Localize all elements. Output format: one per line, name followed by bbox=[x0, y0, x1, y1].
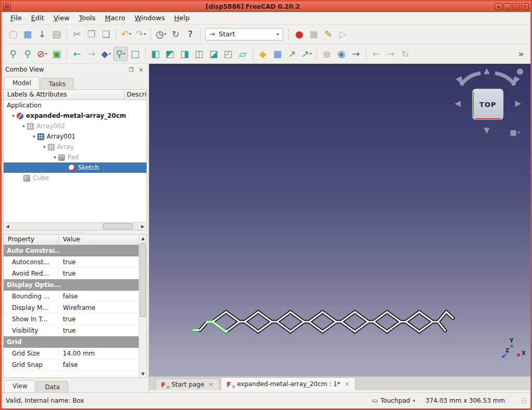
history-back-button[interactable]: ← bbox=[369, 47, 383, 61]
view-top-button[interactable]: ◩ bbox=[163, 47, 177, 61]
vscrollbar-thumb[interactable] bbox=[140, 243, 146, 317]
property-row[interactable]: Visibilitytrue bbox=[4, 325, 139, 336]
menu-macro[interactable]: Macro bbox=[100, 12, 130, 23]
save-document-button[interactable]: ↓ bbox=[35, 27, 49, 42]
menu-file[interactable]: File bbox=[6, 12, 26, 23]
workbench-selector[interactable]: →Start▾ bbox=[205, 28, 283, 40]
vscrollbar-track[interactable] bbox=[140, 242, 146, 370]
cube-rotate-down-icon[interactable]: ▼ bbox=[484, 127, 490, 134]
tab-close-icon[interactable]: × bbox=[208, 381, 214, 388]
open-document-button[interactable]: ■ bbox=[20, 27, 35, 42]
property-value[interactable]: false bbox=[59, 293, 78, 300]
shade-button[interactable]: ▴ bbox=[495, 3, 502, 10]
macro-stop-button[interactable]: ■ bbox=[307, 27, 321, 42]
sphere-tool-button[interactable]: ● bbox=[320, 47, 334, 61]
tree-horizontal-scrollbar[interactable]: ◀ ▶ bbox=[4, 222, 147, 230]
make-link-button[interactable]: ↗ bbox=[285, 47, 299, 61]
navcube-top-face[interactable]: TOP bbox=[472, 88, 504, 120]
tree-item-expanded-metal-array_20cm[interactable]: ▾expanded-metal-array_20cm bbox=[4, 111, 147, 121]
maximize-button[interactable]: □ bbox=[512, 3, 520, 10]
cut-button[interactable]: ✂ bbox=[70, 27, 84, 42]
tab-model[interactable]: Model bbox=[4, 77, 39, 89]
scroll-left-icon[interactable]: ◀ bbox=[4, 223, 11, 230]
scroll-right-icon[interactable]: ▶ bbox=[139, 223, 147, 230]
make-sub-link-button[interactable]: ↗▾ bbox=[299, 47, 314, 61]
tree-item-array001[interactable]: ▾Array001 bbox=[4, 131, 147, 142]
refresh-validate-button[interactable]: ◷▾ bbox=[154, 27, 168, 42]
macro-record-button[interactable]: ● bbox=[292, 27, 307, 42]
menu-help[interactable]: Help bbox=[169, 12, 194, 23]
toolbar-overflow-button[interactable]: » bbox=[514, 47, 528, 61]
paste-button[interactable]: ❏ bbox=[99, 27, 113, 42]
document-tab-start-page[interactable]: F⚙Start page× bbox=[155, 378, 219, 390]
cube-rotate-right-icon[interactable]: ▶ bbox=[515, 100, 521, 107]
view-right-button[interactable]: ◨ bbox=[177, 47, 192, 61]
tree-item-sketch[interactable]: Sketch bbox=[4, 162, 147, 173]
scroll-up-icon[interactable]: ▲ bbox=[139, 235, 147, 242]
part-workbench-button[interactable]: ◆ bbox=[256, 47, 270, 61]
new-document-button[interactable]: ▢ bbox=[6, 27, 20, 42]
property-value[interactable]: false bbox=[59, 361, 78, 368]
tree-item-cube[interactable]: Cube bbox=[4, 173, 147, 183]
tab-data[interactable]: Data bbox=[36, 381, 68, 392]
view-rear-button[interactable]: ◫ bbox=[192, 47, 206, 61]
copy-button[interactable]: ❐ bbox=[84, 27, 99, 42]
property-value[interactable]: Wireframe bbox=[59, 304, 96, 311]
column-labels-attributes[interactable]: Labels & Attributes bbox=[4, 90, 125, 100]
property-value[interactable]: true bbox=[59, 327, 76, 334]
measure-distance-button[interactable]: ▱ bbox=[235, 47, 250, 61]
scrollbar-thumb[interactable] bbox=[103, 223, 133, 229]
property-row[interactable]: Show In T...true bbox=[4, 313, 139, 325]
macro-edit-button[interactable]: ✎ bbox=[321, 27, 336, 42]
navigation-cube[interactable]: ▲ ◀ ▶ ▼ TOP ■ ▾ bbox=[453, 69, 523, 146]
scroll-down-icon[interactable]: ▼ bbox=[139, 370, 147, 377]
recompute-button[interactable]: ↻ bbox=[168, 27, 183, 42]
nav-back-button[interactable]: ← bbox=[70, 47, 84, 61]
navcube-menu-button[interactable]: ■ ▾ bbox=[510, 128, 520, 136]
zoom-tool-button[interactable]: ⚲▾ bbox=[113, 47, 128, 61]
box-element-selection-button[interactable]: ▣ bbox=[49, 47, 64, 61]
property-value[interactable]: true bbox=[59, 258, 76, 266]
tree-item-array[interactable]: ▾Array bbox=[4, 142, 147, 152]
property-row[interactable]: Autoconst...true bbox=[4, 256, 139, 268]
property-value[interactable]: true bbox=[59, 316, 76, 323]
undo-button[interactable]: ↶▾ bbox=[119, 27, 134, 42]
property-row[interactable]: Bounding ...false bbox=[4, 291, 139, 302]
tab-close-icon[interactable]: × bbox=[344, 380, 350, 388]
property-row[interactable]: Grid Snapfalse bbox=[4, 359, 139, 371]
tree-expand-icon[interactable]: ▾ bbox=[51, 155, 58, 160]
resize-grip[interactable] bbox=[521, 398, 527, 404]
float-panel-button[interactable]: ❐ bbox=[127, 66, 135, 73]
property-group[interactable]: Display Optio... bbox=[4, 279, 139, 291]
fit-selection-button[interactable]: ⚲ bbox=[20, 47, 35, 61]
navcube-sync-dot[interactable] bbox=[517, 69, 523, 75]
column-description[interactable]: Descri bbox=[125, 90, 147, 100]
view-axonometric-button[interactable]: □ bbox=[128, 47, 142, 61]
3d-viewport[interactable]: ▲ ◀ ▶ ▼ TOP ■ ▾ bbox=[149, 64, 530, 376]
tab-view[interactable]: View bbox=[4, 380, 35, 392]
close-button[interactable]: × bbox=[521, 3, 529, 10]
whats-this-button[interactable]: ? bbox=[183, 27, 197, 42]
macro-play-button[interactable]: ▷ bbox=[336, 27, 350, 42]
scrollbar-track[interactable] bbox=[11, 223, 139, 230]
tree-item-array002[interactable]: ▾Array002 bbox=[4, 121, 147, 131]
cube-rotate-up-icon[interactable]: ▲ bbox=[484, 67, 490, 75]
panel-splitter[interactable] bbox=[2, 230, 149, 234]
group-folder-button[interactable]: ■ bbox=[270, 47, 285, 61]
property-vertical-scrollbar[interactable]: ▲ ▼ bbox=[139, 235, 147, 377]
document-tab-model[interactable]: F⚙expanded-metal-array_20cm : 1*× bbox=[221, 377, 355, 390]
tree-item-pad[interactable]: ▾Pad bbox=[4, 152, 147, 162]
menu-windows[interactable]: Windows bbox=[130, 12, 169, 23]
column-value[interactable]: Value bbox=[59, 235, 139, 244]
link-navigate-button[interactable]: → bbox=[349, 47, 363, 61]
tree-expand-icon[interactable]: ▾ bbox=[20, 124, 27, 129]
redo-button[interactable]: ↷▾ bbox=[134, 27, 148, 42]
clipping-plane-button[interactable]: ⊘▾ bbox=[35, 47, 49, 61]
minimize-button[interactable]: _ bbox=[503, 3, 511, 10]
page-refresh-button[interactable]: ↻ bbox=[398, 47, 413, 61]
window-menu-button[interactable]: ▤ bbox=[3, 3, 11, 10]
print-button[interactable]: ▤ bbox=[49, 27, 64, 42]
property-value[interactable]: true bbox=[59, 270, 76, 277]
fit-all-button[interactable]: ⚲ bbox=[6, 47, 20, 61]
view-isometric-button[interactable]: ◆▾ bbox=[99, 47, 113, 61]
